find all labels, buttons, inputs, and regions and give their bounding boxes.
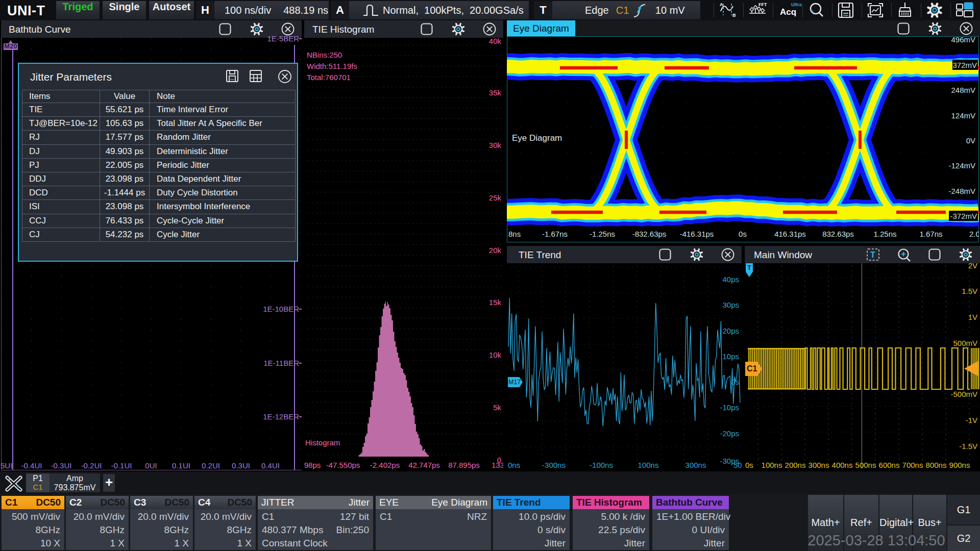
svg-text:FFT: FFT <box>758 2 767 7</box>
svg-text:T: T <box>870 251 875 259</box>
svg-text:Ultra: Ultra <box>791 2 802 7</box>
svg-text:A: A <box>720 2 723 7</box>
svg-text:Acq: Acq <box>780 7 796 17</box>
svg-text:B: B <box>732 13 736 18</box>
